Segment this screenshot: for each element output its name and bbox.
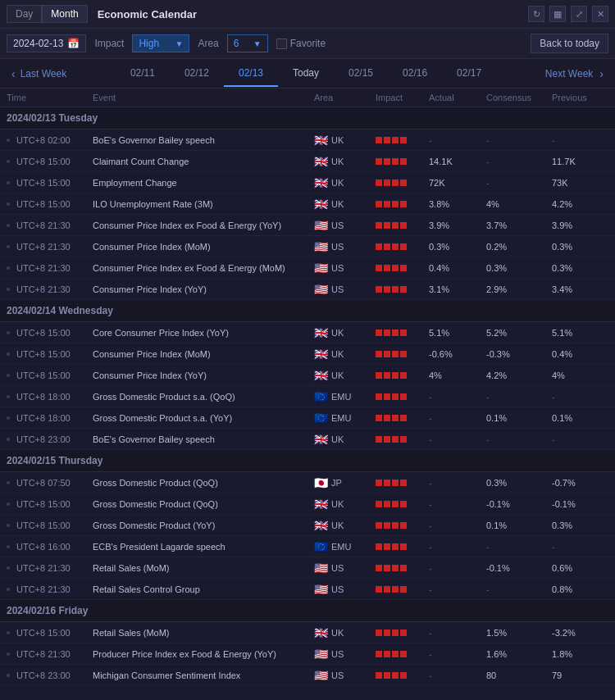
impact-bar bbox=[376, 522, 382, 529]
table-row[interactable]: UTC+8 15:00Retail Sales (MoM)🇬🇧UK-1.5%-3… bbox=[0, 622, 615, 643]
impact-bar bbox=[384, 372, 390, 379]
date-tab-0213[interactable]: 02/13 bbox=[224, 61, 278, 87]
actual-value: - bbox=[429, 563, 486, 573]
actual-value: - bbox=[429, 135, 486, 145]
impact-bar bbox=[400, 201, 407, 207]
table-row[interactable]: UTC+8 23:00BoE's Governor Bailey speech🇬… bbox=[0, 429, 615, 450]
impact-cell bbox=[376, 672, 429, 679]
next-nav: Next Week › bbox=[545, 64, 608, 84]
close-icon[interactable]: ✕ bbox=[592, 6, 608, 22]
previous-value: - bbox=[552, 434, 615, 444]
impact-bar bbox=[384, 522, 390, 529]
layout-icon[interactable]: ▦ bbox=[549, 6, 566, 22]
impact-bar bbox=[376, 372, 382, 379]
time-value: UTC+8 18:00 bbox=[16, 413, 71, 423]
actual-value: 0.4% bbox=[429, 263, 486, 273]
impact-bar bbox=[400, 330, 407, 336]
row-dot bbox=[7, 481, 10, 484]
top-bar: Day Month Economic Calendar ↻ ▦ ⤢ ✕ bbox=[0, 0, 615, 29]
time-value: UTC+8 21:30 bbox=[16, 263, 71, 273]
table-row[interactable]: UTC+8 07:50Gross Domestic Product (QoQ)🇯… bbox=[0, 472, 615, 493]
date-tab-0212[interactable]: 02/12 bbox=[170, 61, 224, 87]
actual-value: - bbox=[429, 670, 486, 680]
favorite-check[interactable]: Favorite bbox=[276, 38, 326, 49]
impact-bar bbox=[392, 436, 399, 443]
previous-value: 73K bbox=[552, 178, 615, 188]
back-to-today-button[interactable]: Back to today bbox=[531, 34, 608, 53]
table-row[interactable]: UTC+8 16:00ECB's President Lagarde speec… bbox=[0, 536, 615, 557]
impact-dropdown[interactable]: High ▼ bbox=[132, 34, 189, 52]
time-value: UTC+8 23:00 bbox=[16, 670, 71, 680]
next-arrow[interactable]: › bbox=[594, 64, 608, 84]
table-row[interactable]: UTC+8 15:00Consumer Price Index (YoY)🇬🇧U… bbox=[0, 365, 615, 386]
consensus-value: - bbox=[486, 392, 552, 402]
date-tab-0216[interactable]: 02/16 bbox=[388, 61, 442, 87]
refresh-icon[interactable]: ↻ bbox=[528, 6, 544, 22]
tab-day[interactable]: Day bbox=[7, 5, 42, 23]
date-display[interactable]: 2024-02-13 📅 bbox=[7, 34, 86, 52]
area-cell: 🇪🇺EMU bbox=[314, 390, 376, 403]
consensus-value: - bbox=[486, 542, 552, 552]
table-row[interactable]: UTC+8 23:00Michigan Consumer Sentiment I… bbox=[0, 665, 615, 686]
area-cell: 🇺🇸US bbox=[314, 261, 376, 275]
area-text: UK bbox=[331, 370, 344, 380]
date-tab-0215[interactable]: 02/15 bbox=[334, 61, 388, 87]
row-dot bbox=[7, 545, 10, 548]
time-cell: UTC+8 15:00 bbox=[7, 157, 93, 166]
table-row[interactable]: UTC+8 21:30Consumer Price Index ex Food … bbox=[0, 215, 615, 236]
table-scroll-area[interactable]: 2024/02/13 TuesdayUTC+8 02:00BoE's Gover… bbox=[0, 107, 615, 686]
area-text: EMU bbox=[331, 413, 351, 423]
area-cell: 🇬🇧UK bbox=[314, 626, 376, 639]
tab-month[interactable]: Month bbox=[42, 5, 87, 23]
table-header: Time Event Area Impact Actual Consensus … bbox=[0, 89, 615, 107]
area-flag: 🇬🇧 bbox=[314, 176, 328, 189]
event-name: Core Consumer Price Index (YoY) bbox=[93, 328, 314, 338]
row-dot bbox=[7, 416, 10, 420]
table-row[interactable]: UTC+8 21:30Retail Sales Control Group🇺🇸U… bbox=[0, 579, 615, 600]
actual-value: - bbox=[429, 392, 486, 402]
table-row[interactable]: UTC+8 21:30Consumer Price Index (YoY)🇺🇸U… bbox=[0, 279, 615, 300]
table-row[interactable]: UTC+8 15:00Gross Domestic Product (YoY)🇬… bbox=[0, 515, 615, 536]
table-row[interactable]: UTC+8 15:00Employment Change🇬🇧UK72K-73K bbox=[0, 172, 615, 193]
time-cell: UTC+8 15:00 bbox=[7, 178, 93, 188]
table-row[interactable]: UTC+8 18:00Gross Domestic Product s.a. (… bbox=[0, 407, 615, 429]
prev-arrow[interactable]: ‹ bbox=[7, 64, 20, 84]
area-flag: 🇺🇸 bbox=[314, 240, 328, 253]
date-tab-0217[interactable]: 02/17 bbox=[442, 61, 496, 87]
expand-icon[interactable]: ⤢ bbox=[571, 6, 587, 22]
table-row[interactable]: UTC+8 21:30Retail Sales (MoM)🇺🇸US--0.1%0… bbox=[0, 557, 615, 579]
table-row[interactable]: UTC+8 21:30Consumer Price Index (MoM)🇺🇸U… bbox=[0, 236, 615, 257]
favorite-checkbox[interactable] bbox=[276, 39, 287, 49]
table-row[interactable]: UTC+8 02:00BoE's Governor Bailey speech🇬… bbox=[0, 130, 615, 151]
time-cell: UTC+8 15:00 bbox=[7, 328, 93, 338]
area-text: UK bbox=[331, 328, 344, 338]
impact-cell bbox=[376, 222, 429, 229]
table-row[interactable]: UTC+8 15:00ILO Unemployment Rate (3M)🇬🇧U… bbox=[0, 193, 615, 215]
table-row[interactable]: UTC+8 15:00Gross Domestic Product (QoQ)🇬… bbox=[0, 493, 615, 515]
previous-value: - bbox=[552, 542, 615, 552]
time-cell: UTC+8 21:30 bbox=[7, 242, 93, 252]
prev-week-label[interactable]: Last Week bbox=[20, 68, 66, 80]
impact-bar bbox=[384, 222, 390, 229]
table-row[interactable]: UTC+8 21:30Consumer Price Index ex Food … bbox=[0, 257, 615, 279]
table-row[interactable]: UTC+8 15:00Core Consumer Price Index (Yo… bbox=[0, 322, 615, 343]
impact-bar bbox=[376, 137, 382, 143]
area-flag: 🇪🇺 bbox=[314, 411, 328, 425]
area-text: US bbox=[331, 563, 344, 573]
date-tab-0211[interactable]: 02/11 bbox=[116, 61, 170, 87]
consensus-value: - bbox=[486, 135, 552, 145]
impact-bar bbox=[392, 543, 399, 550]
date-tab-today[interactable]: Today bbox=[278, 61, 334, 87]
table-row[interactable]: UTC+8 18:00Gross Domestic Product s.a. (… bbox=[0, 386, 615, 407]
table-row[interactable]: UTC+8 15:00Claimant Count Change🇬🇧UK14.1… bbox=[0, 151, 615, 172]
tab-group: Day Month bbox=[7, 5, 88, 23]
time-cell: UTC+8 21:30 bbox=[7, 584, 93, 594]
area-flag: 🇺🇸 bbox=[314, 561, 328, 575]
actual-value: - bbox=[429, 520, 486, 530]
table-row[interactable]: UTC+8 15:00Consumer Price Index (MoM)🇬🇧U… bbox=[0, 343, 615, 365]
area-flag: 🇬🇧 bbox=[314, 155, 328, 168]
area-cell: 🇺🇸US bbox=[314, 583, 376, 596]
next-week-label[interactable]: Next Week bbox=[545, 68, 593, 80]
table-row[interactable]: UTC+8 21:30Producer Price Index ex Food … bbox=[0, 643, 615, 665]
area-dropdown[interactable]: 6 ▼ bbox=[227, 34, 268, 52]
